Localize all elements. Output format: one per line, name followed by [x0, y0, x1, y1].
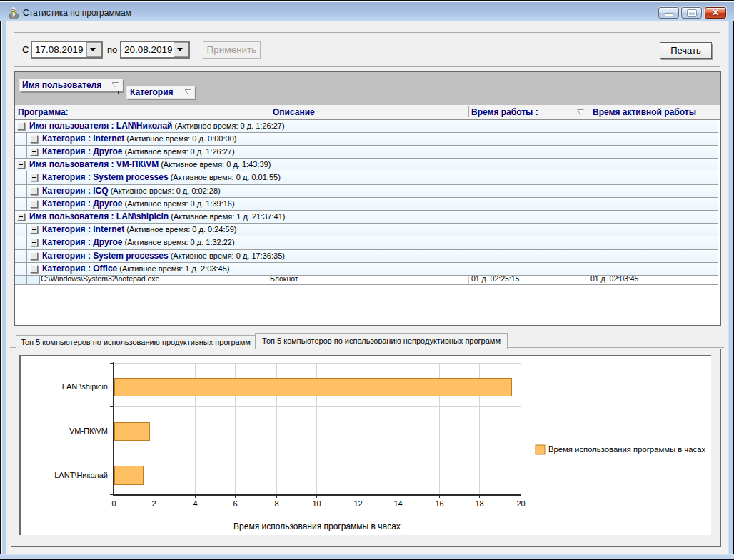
svg-text:LAN \shipicin: LAN \shipicin [62, 382, 108, 391]
svg-text:4: 4 [193, 499, 197, 508]
svg-text:Время использования программы: Время использования программы в часах [233, 521, 401, 531]
svg-text:6: 6 [233, 499, 237, 508]
svg-text:0: 0 [111, 499, 116, 508]
svg-text:18: 18 [475, 499, 483, 508]
svg-text:8: 8 [274, 499, 278, 508]
svg-text:VM-ПК\VM: VM-ПК\VM [69, 426, 108, 435]
svg-text:20: 20 [516, 499, 525, 508]
svg-text:14: 14 [393, 499, 402, 508]
svg-text:LANT\Николай: LANT\Николай [54, 471, 108, 479]
svg-text:10: 10 [312, 499, 321, 508]
svg-text:16: 16 [435, 499, 443, 508]
svg-text:Время использования программы: Время использования программы в часах [548, 445, 705, 454]
svg-text:2: 2 [151, 499, 156, 508]
svg-text:12: 12 [353, 499, 362, 508]
